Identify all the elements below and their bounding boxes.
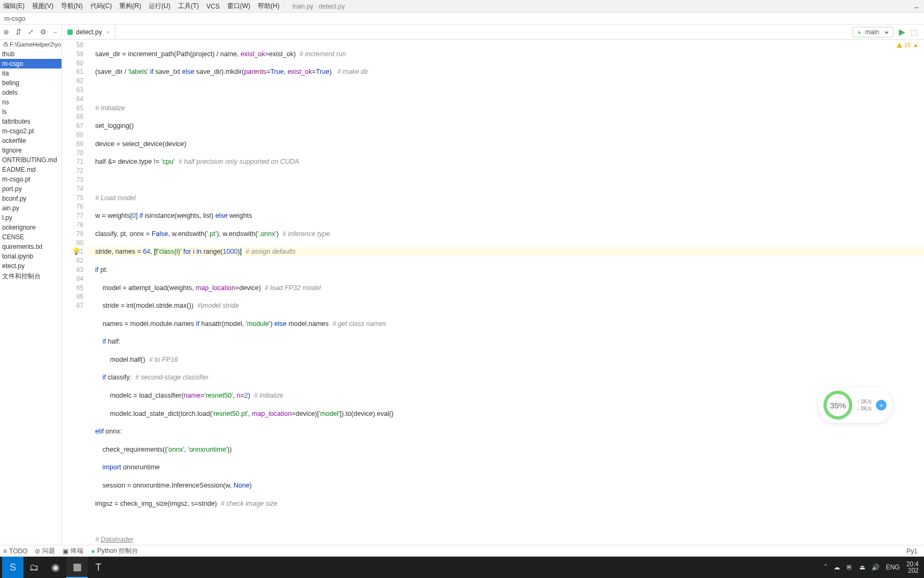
run-config-label: main [865, 28, 879, 36]
project-tool-buttons: ⊕ ⇵ ⤢ ⚙ － [0, 25, 62, 39]
tree-item-ockerfile[interactable]: ockerfile [0, 136, 61, 146]
python-file-icon [67, 29, 73, 35]
perf-overlay[interactable]: 35% ↑ 0K/s ↓ 0K/s + [818, 387, 892, 423]
taskbar-explorer-icon[interactable]: 🗂 [24, 557, 45, 578]
tree-item-l-py[interactable]: l.py [0, 213, 61, 223]
todo-icon: ≡ [3, 547, 7, 555]
menu-help[interactable]: 帮助(H) [258, 2, 280, 11]
toolbar: ⊕ ⇵ ⤢ ⚙ － detect.py × ▸ main ▶ ⬚ [0, 25, 924, 40]
tree-item-tignore[interactable]: tignore [0, 146, 61, 155]
close-tab-icon[interactable]: × [106, 29, 110, 35]
project-tree: thubm-csgoitabelingodelsnslstattributesm… [0, 49, 61, 282]
tree-item-etect-py[interactable]: etect.py [0, 261, 61, 271]
perf-percent: 35% [830, 401, 846, 410]
tree-item-bconf-py[interactable]: bconf.py [0, 194, 61, 203]
tree-item-tattributes[interactable]: tattributes [0, 117, 61, 126]
terminal-icon: ▣ [63, 547, 68, 555]
status-problems[interactable]: ⊘问题 [35, 546, 55, 556]
status-bar: ≡TODO ⊘问题 ▣终端 ●Python 控制台 Py1 [0, 545, 924, 557]
status-py-console[interactable]: ●Python 控制台 [91, 546, 138, 556]
settings-icon[interactable]: ⚙ [40, 28, 47, 36]
target-icon[interactable]: ⊕ [3, 28, 10, 36]
tree-item-ita[interactable]: ita [0, 69, 61, 78]
status-terminal[interactable]: ▣终端 [63, 546, 83, 556]
taskbar-obs-icon[interactable]: ◉ [45, 557, 66, 578]
tray-clock[interactable]: 20:4202 [906, 561, 919, 574]
tree-item-beling[interactable]: beling [0, 78, 61, 88]
status-right[interactable]: Py1 [906, 547, 918, 555]
editor[interactable]: 10 ▲ 58596061626364656667686970717273747… [62, 40, 924, 545]
project-root[interactable]: /5 F:\GameHelper2\yolov [0, 40, 61, 49]
tree-item-odels[interactable]: odels [0, 88, 61, 97]
tree-item-eadme-md[interactable]: EADME.md [0, 165, 61, 174]
taskbar-text-icon[interactable]: T [88, 557, 109, 578]
perf-ring: 35% [823, 391, 852, 420]
tree-item-ns[interactable]: ns [0, 97, 61, 107]
tray-cloud-icon[interactable]: ☁ [834, 564, 840, 571]
file-tab-label: detect.py [76, 28, 102, 36]
taskbar-app-1[interactable]: S [2, 557, 24, 578]
run-config-icon: ▸ [858, 28, 861, 36]
tree-item-port-py[interactable]: port.py [0, 184, 61, 194]
menu-code[interactable]: 代码(C) [90, 2, 112, 11]
menu-refactor[interactable]: 重构(R) [119, 2, 141, 11]
tree-item-ontributing-md[interactable]: ONTRIBUTING.md [0, 155, 61, 165]
tree-item-------[interactable]: 文件和控制台 [0, 271, 61, 282]
menu-bar: 编辑(E) 视图(V) 导航(N) 代码(C) 重构(R) 运行(U) 工具(T… [0, 0, 924, 13]
menu-navigate[interactable]: 导航(N) [61, 2, 83, 11]
menu-window[interactable]: 窗口(W) [227, 2, 250, 11]
menu-vcs[interactable]: VCS [206, 3, 220, 10]
tree-item-cense[interactable]: CENSE [0, 232, 61, 242]
file-tab-detect[interactable]: detect.py × [62, 25, 116, 39]
menu-run[interactable]: 运行(U) [149, 2, 171, 11]
run-config-selector[interactable]: ▸ main [852, 27, 894, 37]
minimize-icon[interactable]: － [912, 2, 921, 13]
tree-item-quirements-txt[interactable]: quirements.txt [0, 242, 61, 252]
menu-edit[interactable]: 编辑(E) [3, 2, 25, 11]
status-todo[interactable]: ≡TODO [3, 547, 27, 555]
tree-item-m-csgo-pt[interactable]: m-csgo.pt [0, 174, 61, 184]
window-title: train.py · detect.py [292, 3, 345, 10]
tray-chevron-icon[interactable]: ˄ [824, 564, 827, 571]
tray-volume-icon[interactable]: 🔊 [872, 564, 880, 571]
compress-icon[interactable]: ⇵ [15, 28, 22, 36]
tree-item-m-csgo2-pt[interactable]: m-csgo2.pt [0, 126, 61, 136]
tray-ime[interactable]: ENG [886, 564, 900, 571]
menu-tools[interactable]: 工具(T) [178, 2, 199, 11]
tray-eject-icon[interactable]: ⏏ [859, 564, 865, 571]
run-toolbar: ▸ main ▶ ⬚ [852, 27, 924, 37]
intention-bulb-icon[interactable]: 💡 [72, 247, 80, 256]
main-pane: /5 F:\GameHelper2\yolov thubm-csgoitabel… [0, 40, 924, 545]
tree-item-ain-py[interactable]: ain.py [0, 203, 61, 213]
context-bar: m-csgo [0, 13, 924, 25]
project-sidebar[interactable]: /5 F:\GameHelper2\yolov thubm-csgoitabel… [0, 40, 62, 545]
hide-icon[interactable]: － [52, 28, 59, 36]
menu-view[interactable]: 视图(V) [32, 2, 53, 11]
line-gutter: 5859606162636465666768697071727374757677… [62, 40, 88, 545]
taskbar-pycharm-icon[interactable]: ▦ [66, 557, 88, 578]
run-button-icon[interactable]: ▶ [899, 27, 905, 37]
tray-security-icon[interactable]: ⛨ [846, 564, 853, 571]
debug-button-icon[interactable]: ⬚ [911, 28, 918, 36]
python-icon: ● [91, 547, 95, 555]
perf-plus-icon[interactable]: + [876, 400, 887, 410]
system-tray[interactable]: ˄ ☁ ⛨ ⏏ 🔊 ENG 20:4202 [824, 561, 922, 574]
tree-item-thub[interactable]: thub [0, 49, 61, 59]
problems-icon: ⊘ [35, 547, 40, 555]
tree-item-ls[interactable]: ls [0, 107, 61, 117]
tree-item-m-csgo[interactable]: m-csgo [0, 59, 61, 69]
taskbar: S 🗂 ◉ ▦ T ˄ ☁ ⛨ ⏏ 🔊 ENG 20:4202 [0, 557, 924, 578]
perf-rates: ↑ 0K/s ↓ 0K/s [857, 398, 872, 412]
code-area[interactable]: save_dir = increment_path(Path(project) … [88, 40, 924, 545]
tree-item-torial-ipynb[interactable]: torial.ipynb [0, 252, 61, 261]
expand-icon[interactable]: ⤢ [27, 28, 35, 36]
context-text: m-csgo [4, 15, 25, 22]
tree-item-ockerignore[interactable]: ockerignore [0, 223, 61, 232]
